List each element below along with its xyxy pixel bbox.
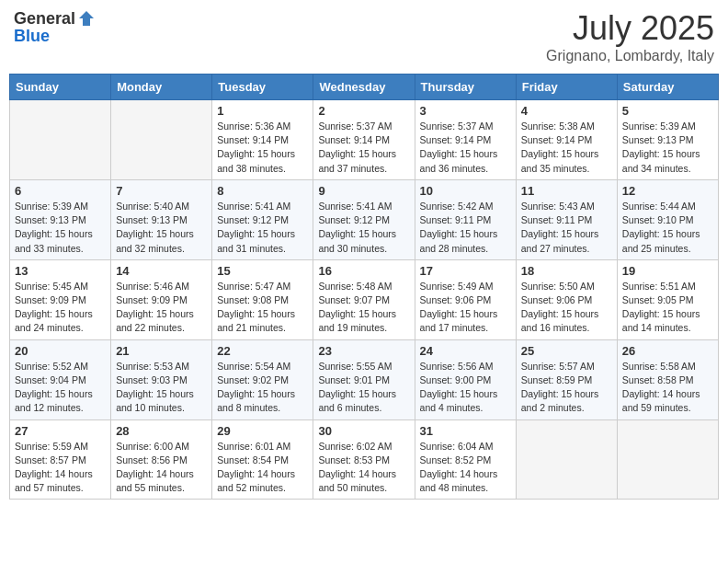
day-number: 11 <box>521 184 612 198</box>
logo-blue: Blue <box>14 27 50 45</box>
logo-general: General <box>14 10 75 27</box>
calendar-week-4: 20Sunrise: 5:52 AMSunset: 9:04 PMDayligh… <box>10 339 719 419</box>
day-header-tuesday: Tuesday <box>212 75 313 100</box>
day-number: 13 <box>15 264 106 278</box>
calendar-cell: 16Sunrise: 5:48 AMSunset: 9:07 PMDayligh… <box>313 259 415 339</box>
day-info: Sunrise: 6:02 AMSunset: 8:53 PMDaylight:… <box>318 440 409 496</box>
day-number: 15 <box>217 264 308 278</box>
location-title: Grignano, Lombardy, Italy <box>546 48 714 64</box>
day-info: Sunrise: 5:39 AMSunset: 9:13 PMDaylight:… <box>622 120 713 176</box>
day-number: 27 <box>15 424 106 438</box>
calendar-cell: 22Sunrise: 5:54 AMSunset: 9:02 PMDayligh… <box>212 339 313 419</box>
calendar-cell: 2Sunrise: 5:37 AMSunset: 9:14 PMDaylight… <box>313 100 415 180</box>
svg-marker-0 <box>79 11 94 26</box>
calendar-cell: 9Sunrise: 5:41 AMSunset: 9:12 PMDaylight… <box>313 179 415 259</box>
day-number: 16 <box>318 264 409 278</box>
calendar-cell: 30Sunrise: 6:02 AMSunset: 8:53 PMDayligh… <box>313 419 415 500</box>
day-info: Sunrise: 5:50 AMSunset: 9:06 PMDaylight:… <box>521 280 612 336</box>
day-info: Sunrise: 5:38 AMSunset: 9:14 PMDaylight:… <box>521 120 612 176</box>
day-info: Sunrise: 5:43 AMSunset: 9:11 PMDaylight:… <box>521 200 612 256</box>
calendar-cell: 20Sunrise: 5:52 AMSunset: 9:04 PMDayligh… <box>10 339 111 419</box>
day-number: 9 <box>318 184 409 198</box>
day-number: 22 <box>217 344 308 358</box>
calendar-cell: 12Sunrise: 5:44 AMSunset: 9:10 PMDayligh… <box>617 179 718 259</box>
day-info: Sunrise: 5:37 AMSunset: 9:14 PMDaylight:… <box>318 120 409 176</box>
logo-icon <box>77 9 96 28</box>
day-number: 10 <box>420 184 511 198</box>
day-header-thursday: Thursday <box>415 75 516 100</box>
day-info: Sunrise: 5:45 AMSunset: 9:09 PMDaylight:… <box>15 280 106 336</box>
day-number: 14 <box>116 264 207 278</box>
calendar-cell: 15Sunrise: 5:47 AMSunset: 9:08 PMDayligh… <box>212 259 313 339</box>
day-info: Sunrise: 5:58 AMSunset: 8:58 PMDaylight:… <box>622 360 713 416</box>
day-number: 31 <box>420 424 511 438</box>
calendar-cell: 7Sunrise: 5:40 AMSunset: 9:13 PMDaylight… <box>111 179 212 259</box>
day-number: 23 <box>318 344 409 358</box>
day-number: 6 <box>15 184 106 198</box>
calendar-cell: 8Sunrise: 5:41 AMSunset: 9:12 PMDaylight… <box>212 179 313 259</box>
day-number: 1 <box>217 104 308 118</box>
day-info: Sunrise: 5:51 AMSunset: 9:05 PMDaylight:… <box>622 280 713 336</box>
calendar-cell: 4Sunrise: 5:38 AMSunset: 9:14 PMDaylight… <box>516 100 617 180</box>
day-number: 8 <box>217 184 308 198</box>
day-number: 24 <box>420 344 511 358</box>
day-info: Sunrise: 5:40 AMSunset: 9:13 PMDaylight:… <box>116 200 207 256</box>
day-number: 7 <box>116 184 207 198</box>
calendar-cell: 24Sunrise: 5:56 AMSunset: 9:00 PMDayligh… <box>415 339 516 419</box>
calendar-cell: 18Sunrise: 5:50 AMSunset: 9:06 PMDayligh… <box>516 259 617 339</box>
logo: General Blue <box>14 9 96 45</box>
day-info: Sunrise: 6:04 AMSunset: 8:52 PMDaylight:… <box>420 440 511 496</box>
month-title: July 2025 <box>546 9 714 48</box>
calendar-cell: 5Sunrise: 5:39 AMSunset: 9:13 PMDaylight… <box>617 100 718 180</box>
day-info: Sunrise: 5:42 AMSunset: 9:11 PMDaylight:… <box>420 200 511 256</box>
calendar-week-5: 27Sunrise: 5:59 AMSunset: 8:57 PMDayligh… <box>10 419 719 500</box>
day-info: Sunrise: 5:46 AMSunset: 9:09 PMDaylight:… <box>116 280 207 336</box>
day-number: 20 <box>15 344 106 358</box>
day-info: Sunrise: 5:52 AMSunset: 9:04 PMDaylight:… <box>15 360 106 416</box>
day-info: Sunrise: 5:59 AMSunset: 8:57 PMDaylight:… <box>15 440 106 496</box>
day-number: 30 <box>318 424 409 438</box>
calendar-cell <box>617 419 718 500</box>
calendar-cell <box>10 100 111 180</box>
calendar-cell: 3Sunrise: 5:37 AMSunset: 9:14 PMDaylight… <box>415 100 516 180</box>
calendar-table: SundayMondayTuesdayWednesdayThursdayFrid… <box>9 74 719 500</box>
calendar-cell: 26Sunrise: 5:58 AMSunset: 8:58 PMDayligh… <box>617 339 718 419</box>
day-info: Sunrise: 5:48 AMSunset: 9:07 PMDaylight:… <box>318 280 409 336</box>
day-number: 21 <box>116 344 207 358</box>
day-info: Sunrise: 5:53 AMSunset: 9:03 PMDaylight:… <box>116 360 207 416</box>
title-section: July 2025 Grignano, Lombardy, Italy <box>546 9 714 64</box>
day-info: Sunrise: 6:01 AMSunset: 8:54 PMDaylight:… <box>217 440 308 496</box>
calendar-cell: 27Sunrise: 5:59 AMSunset: 8:57 PMDayligh… <box>10 419 111 500</box>
day-number: 12 <box>622 184 713 198</box>
day-number: 3 <box>420 104 511 118</box>
calendar-cell <box>111 100 212 180</box>
day-info: Sunrise: 5:44 AMSunset: 9:10 PMDaylight:… <box>622 200 713 256</box>
calendar-cell: 1Sunrise: 5:36 AMSunset: 9:14 PMDaylight… <box>212 100 313 180</box>
calendar-cell: 13Sunrise: 5:45 AMSunset: 9:09 PMDayligh… <box>10 259 111 339</box>
day-info: Sunrise: 5:57 AMSunset: 8:59 PMDaylight:… <box>521 360 612 416</box>
day-number: 5 <box>622 104 713 118</box>
calendar-cell: 21Sunrise: 5:53 AMSunset: 9:03 PMDayligh… <box>111 339 212 419</box>
calendar-cell: 23Sunrise: 5:55 AMSunset: 9:01 PMDayligh… <box>313 339 415 419</box>
day-info: Sunrise: 5:39 AMSunset: 9:13 PMDaylight:… <box>15 200 106 256</box>
day-info: Sunrise: 5:41 AMSunset: 9:12 PMDaylight:… <box>217 200 308 256</box>
day-number: 25 <box>521 344 612 358</box>
day-info: Sunrise: 5:54 AMSunset: 9:02 PMDaylight:… <box>217 360 308 416</box>
day-number: 17 <box>420 264 511 278</box>
day-number: 28 <box>116 424 207 438</box>
day-header-friday: Friday <box>516 75 617 100</box>
calendar-cell: 29Sunrise: 6:01 AMSunset: 8:54 PMDayligh… <box>212 419 313 500</box>
day-header-wednesday: Wednesday <box>313 75 415 100</box>
calendar-week-2: 6Sunrise: 5:39 AMSunset: 9:13 PMDaylight… <box>10 179 719 259</box>
calendar-cell: 28Sunrise: 6:00 AMSunset: 8:56 PMDayligh… <box>111 419 212 500</box>
day-info: Sunrise: 6:00 AMSunset: 8:56 PMDaylight:… <box>116 440 207 496</box>
calendar-cell: 11Sunrise: 5:43 AMSunset: 9:11 PMDayligh… <box>516 179 617 259</box>
day-header-saturday: Saturday <box>617 75 718 100</box>
calendar-cell: 14Sunrise: 5:46 AMSunset: 9:09 PMDayligh… <box>111 259 212 339</box>
day-info: Sunrise: 5:49 AMSunset: 9:06 PMDaylight:… <box>420 280 511 336</box>
calendar-cell: 25Sunrise: 5:57 AMSunset: 8:59 PMDayligh… <box>516 339 617 419</box>
calendar-cell: 31Sunrise: 6:04 AMSunset: 8:52 PMDayligh… <box>415 419 516 500</box>
day-number: 29 <box>217 424 308 438</box>
calendar-cell: 10Sunrise: 5:42 AMSunset: 9:11 PMDayligh… <box>415 179 516 259</box>
day-header-monday: Monday <box>111 75 212 100</box>
